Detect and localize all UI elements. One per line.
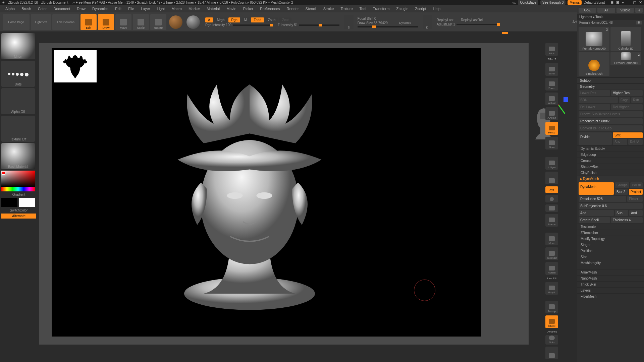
groups-button[interactable]: Groups xyxy=(615,182,629,188)
subtool-header[interactable]: Subtool xyxy=(577,77,644,83)
sec-edgeloop[interactable]: EdgeLoop xyxy=(577,152,644,158)
alpha-selector[interactable]: Alpha Off xyxy=(1,88,35,114)
solo-button[interactable]: Solo xyxy=(545,335,558,345)
brush-selector[interactable]: Move xyxy=(1,33,35,59)
spix-label[interactable]: SPix 3 xyxy=(547,58,556,61)
rotate-mode-button[interactable]: Rotate xyxy=(150,14,166,30)
switchcolor-button[interactable]: SwitchColor xyxy=(1,208,36,212)
goz-all-button[interactable]: All xyxy=(597,8,615,13)
zadd-chip[interactable]: Zadd xyxy=(251,17,264,22)
dock2-icon[interactable]: ⊞ xyxy=(616,0,619,5)
aahalf-button[interactable]: AAHalf xyxy=(545,107,558,120)
menu-alpha[interactable]: Alpha xyxy=(2,7,18,11)
menu-brush[interactable]: Brush xyxy=(18,7,35,11)
scale-mode-button[interactable]: Scale xyxy=(133,14,149,30)
blur-slider[interactable]: Blur 2 xyxy=(615,189,628,195)
menus-toggle[interactable]: Menus xyxy=(568,0,582,5)
menu-layer[interactable]: Layer xyxy=(138,7,154,11)
move-view-button[interactable]: Move xyxy=(545,233,558,245)
timeline-marker-icon[interactable] xyxy=(502,32,508,34)
lowerres-button[interactable]: Lower Res xyxy=(579,90,610,96)
tool-thumb-2[interactable]: SimpleBrush xyxy=(579,52,609,76)
replaylast-button[interactable]: ReplayLast xyxy=(437,18,453,22)
sym-z-button[interactable] xyxy=(545,204,558,212)
rotate-view-button[interactable]: Rotate xyxy=(545,262,558,275)
gradient-button[interactable]: Gradient xyxy=(1,193,36,196)
texture-selector[interactable]: Texture Off xyxy=(1,116,35,142)
menu-marker[interactable]: Marker xyxy=(185,7,203,11)
sec-zremesher[interactable]: ZRemesher xyxy=(577,230,644,236)
sec-tessimate[interactable]: Tessimate xyxy=(577,224,644,230)
sec-thickskin[interactable]: Thick Skin xyxy=(577,281,644,287)
and-button[interactable]: And xyxy=(629,210,643,216)
rgb-chip[interactable]: Rgb xyxy=(228,17,240,22)
menu-transform[interactable]: Transform xyxy=(370,7,393,11)
xpose-button[interactable] xyxy=(545,347,558,359)
suv-button[interactable]: Suv xyxy=(613,139,627,145)
sec-size[interactable]: Size xyxy=(577,254,644,260)
sec-fibermesh[interactable]: FiberMesh xyxy=(577,293,644,299)
floor-button[interactable]: Floor xyxy=(545,137,558,149)
menu-draw[interactable]: Draw xyxy=(73,7,89,11)
menu-texture[interactable]: Texture xyxy=(337,7,356,11)
dynamesh-header[interactable]: DynaMesh xyxy=(577,176,644,182)
picker-button[interactable]: Picker xyxy=(627,196,643,202)
sec-layers[interactable]: Layers xyxy=(577,287,644,293)
delhigher-button[interactable]: Del Higher xyxy=(611,104,643,110)
goz-button[interactable]: GoZ xyxy=(579,8,596,13)
sdiv-slider[interactable]: SDiv xyxy=(579,97,618,103)
sculptris-sphere-icon[interactable] xyxy=(169,15,182,29)
minimize-icon[interactable]: — xyxy=(627,0,630,5)
actual-button[interactable]: Actual xyxy=(545,93,558,105)
freeze-button[interactable]: Freeze SubDivision Levels xyxy=(579,111,643,117)
edit-mode-button[interactable]: Edit xyxy=(80,14,97,30)
cage-button[interactable]: Cage xyxy=(619,97,630,103)
add-button[interactable]: Add xyxy=(579,210,614,216)
xyz-button[interactable]: Xyz xyxy=(545,186,558,193)
sec-meshintegrity[interactable]: MeshIntegrity xyxy=(577,260,644,266)
persp-button[interactable]: Persp xyxy=(545,122,558,135)
convertbpr-button[interactable]: Convert BPR To Geo xyxy=(579,125,643,131)
focal-shift-label[interactable]: Focal Shift 0 xyxy=(358,17,376,20)
swatch-black[interactable] xyxy=(1,198,17,207)
default-zscript[interactable]: DefaultZScript xyxy=(584,1,605,4)
dynamesh-button[interactable]: DynaMesh xyxy=(579,182,614,195)
menu-picker[interactable]: Picker xyxy=(240,7,257,11)
material-selector[interactable]: BasicMaterial xyxy=(1,143,35,169)
adjustlast-label[interactable]: AdjustLast 1 xyxy=(437,22,455,26)
higherres-button[interactable]: Higher Res xyxy=(611,90,643,96)
s-curve-icon[interactable]: S xyxy=(344,15,354,29)
z-intensity-label[interactable]: Z Intensity 51 xyxy=(278,23,298,27)
lightbox-tools-bar[interactable]: Lightbox ▸ Tools xyxy=(577,14,644,20)
menu-stroke[interactable]: Stroke xyxy=(320,7,337,11)
smt-button[interactable]: Smt xyxy=(613,132,643,138)
zoom3d-button[interactable]: Zoom3D xyxy=(545,247,558,260)
collapse-icon[interactable]: ≡ xyxy=(622,0,624,5)
goz-r-button[interactable]: R xyxy=(635,8,643,13)
a-chip[interactable]: A xyxy=(205,17,213,22)
polyf-button[interactable]: PolyF xyxy=(545,282,558,295)
m-chip[interactable]: M xyxy=(241,17,250,22)
sec-claypolish[interactable]: ClayPolish xyxy=(577,170,644,176)
reuv-button[interactable]: ReUV xyxy=(628,139,643,145)
tool-thumb-3[interactable]: 2FemaleHorned00 xyxy=(610,52,641,65)
close-icon[interactable]: ✕ xyxy=(639,0,642,5)
sec-stager[interactable]: Stager xyxy=(577,242,644,248)
lightbox-button[interactable]: LightBox xyxy=(31,14,51,30)
divide-button[interactable]: Divide xyxy=(579,132,612,145)
menu-file[interactable]: File xyxy=(125,7,138,11)
menu-preferences[interactable]: Preferences xyxy=(257,7,283,11)
dock-icon[interactable]: ⊟ xyxy=(610,0,613,5)
menu-movie[interactable]: Movie xyxy=(223,7,239,11)
sub-button[interactable]: Sub xyxy=(615,210,628,216)
document-viewport[interactable] xyxy=(52,48,481,337)
tool-thumb-1[interactable]: Cylinder3D xyxy=(610,27,641,51)
menu-dynamics[interactable]: Dynamics xyxy=(89,7,112,11)
goz-visible-button[interactable]: Visible xyxy=(616,8,634,13)
reconstruct-button[interactable]: Reconstruct Subdiv xyxy=(579,118,643,124)
menu-document[interactable]: Document xyxy=(50,7,73,11)
mrgb-chip[interactable]: Mrgb xyxy=(214,17,227,22)
live-boolean-button[interactable]: Live Boolean xyxy=(52,14,79,30)
dynamic-label2[interactable]: Dynamic xyxy=(546,330,557,333)
rgb-intensity-label[interactable]: Rgb Intensity 100 xyxy=(205,23,231,27)
